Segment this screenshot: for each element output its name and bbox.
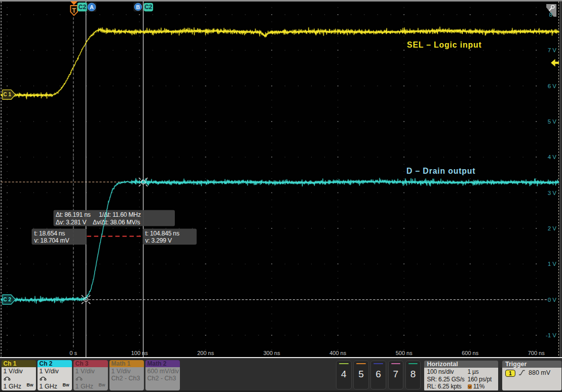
svg-text:Δt: 86.191 ns: Δt: 86.191 ns <box>56 211 91 218</box>
svg-text:500 ns: 500 ns <box>396 350 413 356</box>
svg-text:Δv: 3.281 V: Δv: 3.281 V <box>56 219 87 226</box>
svg-text:200 ns: 200 ns <box>197 350 214 356</box>
svg-text:v: 3.299 V: v: 3.299 V <box>145 237 173 244</box>
svg-text:700 ns: 700 ns <box>528 350 545 356</box>
svg-text:t: 104.845 ns: t: 104.845 ns <box>145 230 179 237</box>
svg-text:t: 18.654 ns: t: 18.654 ns <box>34 230 65 237</box>
svg-text:D – Drain output: D – Drain output <box>406 167 475 175</box>
svg-text:T: T <box>72 7 76 14</box>
svg-text:v: 18.704 mV: v: 18.704 mV <box>34 237 70 244</box>
svg-text:300 ns: 300 ns <box>264 350 281 356</box>
svg-text:100 ns: 100 ns <box>131 350 148 356</box>
svg-text:C 1: C 1 <box>4 92 12 97</box>
svg-text:5 V: 5 V <box>548 119 557 125</box>
svg-text:1 V: 1 V <box>548 261 557 267</box>
svg-text:C 2: C 2 <box>4 297 12 302</box>
svg-text:0 s: 0 s <box>69 350 77 356</box>
svg-text:B: B <box>136 4 140 10</box>
svg-text:8: 8 <box>549 12 552 18</box>
svg-text:400 ns: 400 ns <box>329 350 347 356</box>
svg-text:-1 V: -1 V <box>546 332 556 338</box>
svg-text:4 V: 4 V <box>548 154 557 160</box>
svg-text:SEL – Logic input: SEL – Logic input <box>407 41 482 49</box>
svg-text:6 V: 6 V <box>548 83 557 89</box>
svg-text:7 V: 7 V <box>548 47 557 53</box>
svg-text:600 ns: 600 ns <box>462 350 479 356</box>
svg-text:3 V: 3 V <box>548 190 557 196</box>
svg-text:2 V: 2 V <box>548 225 557 231</box>
svg-text:Δv/Δt: 38.06 MV/s: Δv/Δt: 38.06 MV/s <box>93 219 140 226</box>
svg-text:A: A <box>90 4 94 10</box>
svg-text:C2: C2 <box>144 4 153 11</box>
svg-text:0 V: 0 V <box>548 297 557 303</box>
svg-text:C2: C2 <box>79 4 87 11</box>
